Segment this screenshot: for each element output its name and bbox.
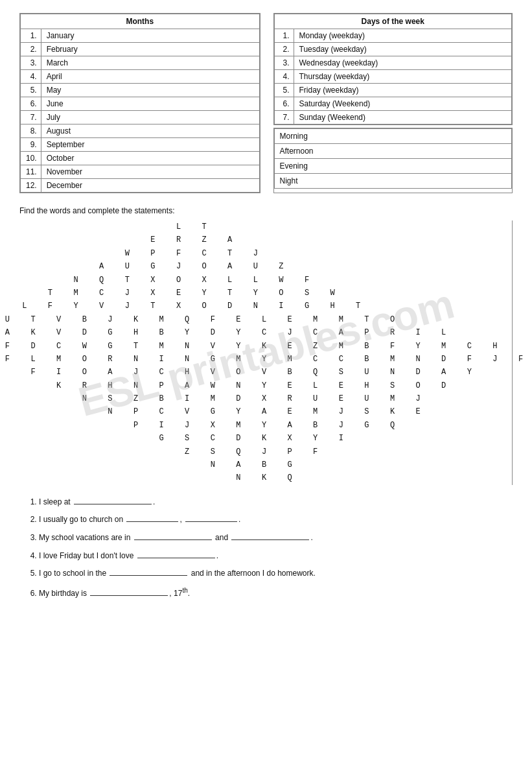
statement-item: I sleep at . [39, 495, 513, 510]
day-row: 2.Tuesday (weekday) [274, 43, 512, 56]
time-of-day-row: Afternoon [274, 144, 512, 159]
month-row: 12.December [21, 179, 260, 193]
blank-2b [185, 521, 237, 522]
month-name: March [41, 56, 259, 70]
time-of-day-row: Evening [274, 159, 512, 174]
time-of-day-name: Night [274, 174, 512, 189]
day-num: 7. [274, 111, 294, 124]
day-num: 6. [274, 97, 294, 111]
day-name: Sunday (Weekend) [294, 111, 512, 124]
month-row: 9.September [21, 138, 260, 152]
month-num: 6. [21, 97, 41, 111]
month-num: 2. [21, 43, 41, 56]
month-num: 4. [21, 70, 41, 84]
blank-5 [110, 575, 187, 576]
blank-3b [231, 539, 309, 540]
month-name: December [41, 179, 259, 193]
days-table: Days of the week 1.Monday (weekday)2.Tue… [273, 13, 513, 125]
month-row: 5.May [21, 84, 260, 97]
time-of-day-row: Night [274, 174, 512, 189]
day-row: 4.Thursday (weekday) [274, 70, 512, 84]
day-name: Friday (weekday) [294, 84, 512, 97]
day-name: Wednesday (weekday) [294, 56, 512, 70]
time-of-day-name: Evening [274, 159, 512, 174]
month-row: 3.March [21, 56, 260, 70]
month-name: February [41, 43, 259, 56]
day-num: 5. [274, 84, 294, 97]
month-name: April [41, 70, 259, 84]
month-num: 9. [21, 138, 41, 152]
month-num: 3. [21, 56, 41, 70]
months-table: Months 1.January2.February3.March4.April… [19, 13, 260, 193]
statements-section: I sleep at .I usually go to church on , … [19, 495, 513, 601]
blank-2a [126, 521, 178, 522]
month-row: 8.August [21, 124, 260, 138]
time-of-day-row: Morning [274, 129, 512, 144]
find-words-instruction: Find the words and complete the statemen… [19, 206, 513, 215]
blank-1 [74, 504, 152, 504]
month-num: 8. [21, 124, 41, 138]
statement-item: My school vacations are in and . [39, 531, 513, 545]
word-search-grid: L T E R Z A W P F C T J A U G J O A U Z … [5, 220, 527, 485]
month-row: 4.April [21, 70, 260, 84]
statement-item: I go to school in the and in the afterno… [39, 567, 513, 581]
month-name: August [41, 124, 259, 138]
month-row: 1.January [21, 29, 260, 43]
blank-4 [137, 558, 215, 558]
month-row: 2.February [21, 43, 260, 56]
day-name: Saturday (Weekend) [294, 97, 512, 111]
time-of-day-table: MorningAfternoonEveningNight [273, 128, 513, 193]
top-tables-section: Months 1.January2.February3.March4.April… [19, 13, 513, 193]
month-num: 5. [21, 84, 41, 97]
month-row: 10.October [21, 152, 260, 165]
statement-item: I love Friday but I don't love . [39, 549, 513, 563]
days-header: Days of the week [274, 14, 512, 29]
day-num: 4. [274, 70, 294, 84]
month-num: 1. [21, 29, 41, 43]
statement-item: My birthday is , 17th. [39, 585, 513, 601]
right-border [512, 220, 513, 485]
day-num: 2. [274, 43, 294, 56]
month-num: 10. [21, 152, 41, 165]
month-num: 12. [21, 179, 41, 193]
day-row: 1.Monday (weekday) [274, 29, 512, 43]
blank-3a [134, 539, 212, 540]
month-name: January [41, 29, 259, 43]
statements-list: I sleep at .I usually go to church on , … [26, 495, 513, 601]
day-name: Thursday (weekday) [294, 70, 512, 84]
month-name: October [41, 152, 259, 165]
day-row: 7.Sunday (Weekend) [274, 111, 512, 124]
month-row: 7.July [21, 111, 260, 124]
day-name: Tuesday (weekday) [294, 43, 512, 56]
time-of-day-name: Morning [274, 129, 512, 144]
day-num: 3. [274, 56, 294, 70]
month-name: May [41, 84, 259, 97]
day-row: 5.Friday (weekday) [274, 84, 512, 97]
time-of-day-name: Afternoon [274, 144, 512, 159]
month-num: 7. [21, 111, 41, 124]
month-row: 11.November [21, 165, 260, 179]
months-header: Months [21, 14, 260, 29]
month-row: 6.June [21, 97, 260, 111]
day-num: 1. [274, 29, 294, 43]
day-row: 6.Saturday (Weekend) [274, 97, 512, 111]
wordsearch-section: ESL printables.com L T E R Z A W P F C T… [19, 220, 513, 485]
month-name: September [41, 138, 259, 152]
day-name: Monday (weekday) [294, 29, 512, 43]
blank-6 [90, 595, 168, 596]
month-name: June [41, 97, 259, 111]
month-name: July [41, 111, 259, 124]
month-name: November [41, 165, 259, 179]
statement-item: I usually go to church on , . [39, 513, 513, 527]
month-num: 11. [21, 165, 41, 179]
day-row: 3.Wednesday (weekday) [274, 56, 512, 70]
